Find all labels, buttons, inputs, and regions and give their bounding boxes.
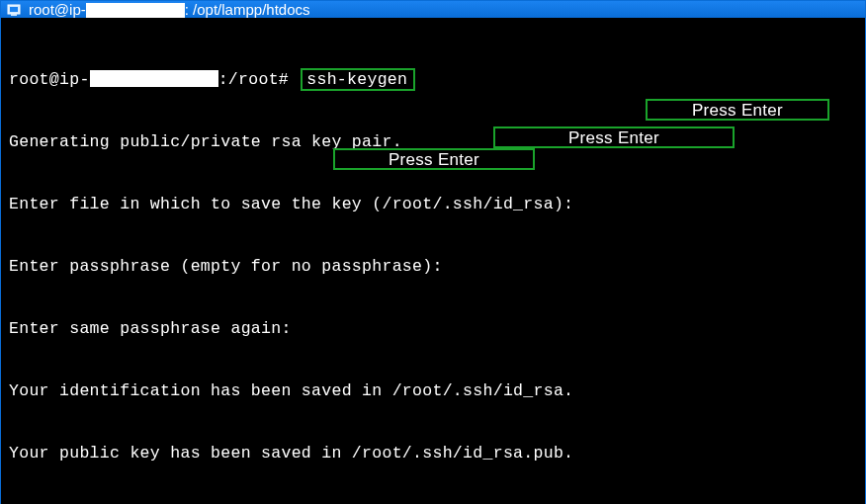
putty-window: root@ip-: /opt/lampp/htdocs root@ip-:/ro… xyxy=(0,0,866,504)
annotation-press-enter-2: Press Enter xyxy=(493,126,735,148)
titlebar: root@ip-: /opt/lampp/htdocs xyxy=(1,1,865,18)
prompt-line: root@ip-:/root# ssh-keygen xyxy=(9,69,857,90)
title-before: root@ip- xyxy=(29,1,86,18)
prompt-before: root@ip- xyxy=(9,70,90,89)
title-text: root@ip-: /opt/lampp/htdocs xyxy=(29,1,310,18)
output-line: Enter passphrase (empty for no passphras… xyxy=(9,256,857,277)
putty-icon xyxy=(7,2,23,18)
output-line: Enter same passphrase again: xyxy=(9,318,857,339)
output-line: Your public key has been saved in /root/… xyxy=(9,443,857,463)
output-line: Your identification has been saved in /r… xyxy=(9,380,857,401)
title-redaction xyxy=(86,3,185,18)
title-after: : /opt/lampp/htdocs xyxy=(185,1,310,18)
host-redaction xyxy=(90,70,218,87)
svg-rect-1 xyxy=(10,7,18,12)
prompt-after: :/root# xyxy=(218,70,300,89)
svg-rect-2 xyxy=(11,14,17,16)
annotation-press-enter-3: Press Enter xyxy=(333,148,535,170)
terminal[interactable]: root@ip-:/root# ssh-keygen Generating pu… xyxy=(1,18,865,504)
command-highlight: ssh-keygen xyxy=(301,68,415,91)
output-line: Enter file in which to save the key (/ro… xyxy=(9,194,857,214)
annotation-press-enter-1: Press Enter xyxy=(646,99,829,121)
